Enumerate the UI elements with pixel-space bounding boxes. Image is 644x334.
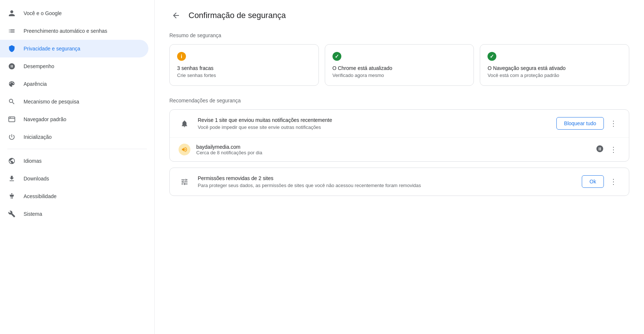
sidebar-item-system-label: Sistema	[24, 211, 42, 217]
site-detail: Cerca de 8 notificações por dia	[196, 150, 590, 155]
bell-icon	[179, 118, 190, 130]
sidebar-item-accessibility-label: Acessibilidade	[24, 193, 57, 199]
sidebar-item-privacy-label: Privacidade e segurança	[24, 46, 80, 52]
site-name: baydailymedia.com	[196, 144, 590, 150]
permissions-more-button[interactable]: ⋮	[607, 176, 620, 187]
success-icon-chrome: ✓	[332, 52, 341, 61]
site-more-button[interactable]: ⋮	[607, 144, 620, 155]
summary-card-passwords: i 3 senhas fracas Crie senhas fortes	[169, 44, 319, 86]
sidebar-item-appearance[interactable]: Aparência	[0, 75, 148, 93]
sidebar-item-languages[interactable]: Idiomas	[0, 152, 148, 170]
sidebar-item-startup-label: Inicialização	[24, 134, 52, 140]
summary-card-safebrowsing: ✓ O Navegação segura está ativado Você e…	[480, 44, 629, 86]
accessibility-icon	[7, 192, 16, 201]
sidebar-item-you-google-label: Você e o Google	[24, 10, 62, 16]
card-title-chrome: O Chrome está atualizado	[332, 65, 467, 71]
sidebar-item-system[interactable]: Sistema	[0, 205, 148, 223]
block-site-icon[interactable]	[596, 145, 604, 155]
back-arrow-icon	[172, 11, 180, 20]
svg-rect-0	[9, 117, 15, 122]
sidebar-item-languages-label: Idiomas	[24, 158, 42, 164]
card-subtitle-chrome: Verificado agora mesmo	[332, 73, 467, 78]
svg-point-3	[11, 193, 12, 194]
permissions-header-row: Permissões removidas de 2 sites Para pro…	[170, 168, 629, 196]
power-icon	[7, 133, 16, 141]
sidebar-item-you-google[interactable]: Você e o Google	[0, 4, 148, 22]
sidebar-item-downloads-label: Downloads	[24, 176, 49, 182]
warning-icon: i	[177, 52, 186, 61]
ok-button[interactable]: Ok	[582, 175, 604, 188]
palette-icon	[7, 80, 16, 88]
success-icon-safebrowsing: ✓	[488, 52, 496, 61]
recommendations-section-title: Recomendações de segurança	[169, 98, 629, 103]
browser-icon	[7, 115, 16, 124]
card-subtitle-safebrowsing: Você está com a proteção padrão	[488, 73, 622, 78]
sidebar-item-performance[interactable]: Desempenho	[0, 57, 148, 75]
permissions-content: Permissões removidas de 2 sites Para pro…	[198, 175, 574, 188]
site-actions: ⋮	[596, 144, 620, 155]
globe-icon	[7, 157, 16, 165]
summary-section-title: Resumo de segurança	[169, 32, 629, 38]
block-all-button[interactable]: Bloquear tudo	[556, 117, 604, 130]
main-content: Confirmação de segurança Resumo de segur…	[155, 0, 644, 334]
permissions-actions: Ok ⋮	[582, 175, 620, 188]
site-row-baydailymedia: baydailymedia.com Cerca de 8 notificaçõe…	[170, 138, 629, 161]
sidebar-item-startup[interactable]: Inicialização	[0, 128, 148, 146]
sidebar-item-privacy[interactable]: Privacidade e segurança	[0, 40, 148, 57]
notification-header-row: Revise 1 site que enviou muitas notifica…	[170, 110, 629, 138]
permissions-recommendation-card: Permissões removidas de 2 sites Para pro…	[169, 168, 629, 196]
recommendations-section: Recomendações de segurança Revise 1 site…	[169, 98, 629, 196]
summary-section: Resumo de segurança i 3 senhas fracas Cr…	[169, 32, 629, 86]
sidebar-item-performance-label: Desempenho	[24, 63, 54, 69]
notification-content: Revise 1 site que enviou muitas notifica…	[198, 117, 549, 130]
wrench-icon	[7, 210, 16, 218]
card-title-passwords: 3 senhas fracas	[177, 65, 311, 71]
sidebar: Você e o Google Preenchimento automático…	[0, 0, 155, 334]
page-header: Confirmação de segurança	[169, 9, 629, 22]
gauge-icon	[7, 62, 16, 71]
sidebar-item-search[interactable]: Mecanismo de pesquisa	[0, 93, 148, 110]
permissions-subtitle: Para proteger seus dados, as permissões …	[198, 183, 574, 188]
sidebar-item-autofill[interactable]: Preenchimento automático e senhas	[0, 22, 148, 40]
card-title-safebrowsing: O Navegação segura está ativado	[488, 65, 622, 71]
download-icon	[7, 174, 16, 183]
site-notification-icon	[179, 144, 190, 155]
notification-subtitle: Você pode impedir que esse site envie ou…	[198, 124, 549, 130]
list-icon	[7, 27, 16, 35]
shield-icon	[7, 44, 16, 53]
sidebar-item-autofill-label: Preenchimento automático e senhas	[24, 28, 107, 34]
summary-cards: i 3 senhas fracas Crie senhas fortes ✓ O…	[169, 44, 629, 86]
person-icon	[7, 9, 16, 18]
search-icon	[7, 97, 16, 106]
sidebar-item-appearance-label: Aparência	[24, 81, 47, 87]
sidebar-divider	[7, 149, 147, 149]
sidebar-item-accessibility[interactable]: Acessibilidade	[0, 187, 148, 205]
summary-card-chrome: ✓ O Chrome está atualizado Verificado ag…	[325, 44, 474, 86]
notification-more-button[interactable]: ⋮	[607, 118, 620, 129]
back-button[interactable]	[169, 9, 183, 22]
sidebar-item-downloads[interactable]: Downloads	[0, 170, 148, 187]
sliders-icon	[179, 176, 190, 188]
notification-title: Revise 1 site que enviou muitas notifica…	[198, 117, 549, 123]
sidebar-item-browser[interactable]: Navegador padrão	[0, 110, 148, 128]
page-title: Confirmação de segurança	[189, 11, 286, 20]
sidebar-item-browser-label: Navegador padrão	[24, 116, 66, 122]
card-subtitle-passwords: Crie senhas fortes	[177, 73, 311, 78]
notification-actions: Bloquear tudo ⋮	[556, 117, 620, 130]
permissions-title: Permissões removidas de 2 sites	[198, 175, 574, 181]
site-content: baydailymedia.com Cerca de 8 notificaçõe…	[196, 144, 590, 155]
notification-recommendation-card: Revise 1 site que enviou muitas notifica…	[169, 109, 629, 162]
sidebar-item-search-label: Mecanismo de pesquisa	[24, 99, 79, 105]
